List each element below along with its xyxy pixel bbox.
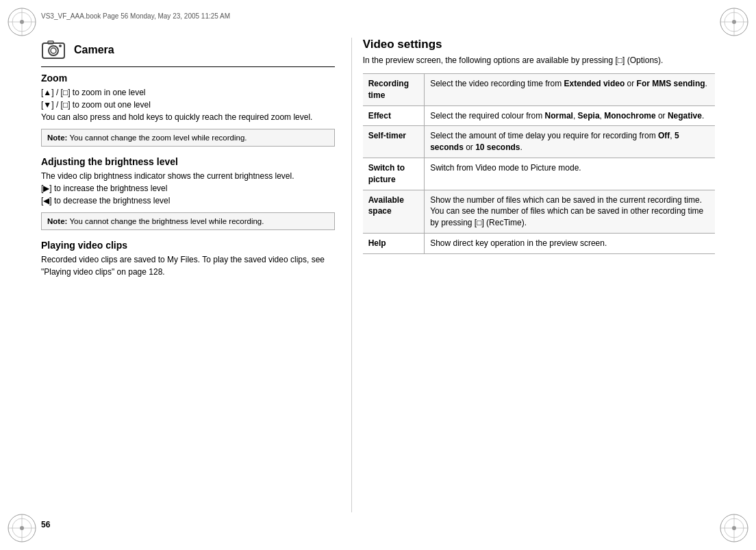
row-desc-switch-to-picture: Switch from Video mode to Picture mode. — [425, 158, 715, 190]
brightness-subsection: Adjusting the brightness level The video… — [41, 156, 335, 230]
corner-decoration-tl — [5, 5, 38, 38]
corner-decoration-bl — [5, 512, 38, 545]
svg-point-14 — [20, 526, 24, 530]
zoom-line-1: [▲] / [□] to zoom in one level — [41, 86, 335, 99]
table-row-recording-time: Recording time Select the video recordin… — [363, 74, 715, 106]
row-label-self-timer: Self-timer — [363, 126, 425, 158]
table-row-switch-to-picture: Switch to picture Switch from Video mode… — [363, 158, 715, 190]
left-column: Camera Zoom [▲] / [□] to zoom in one lev… — [41, 38, 351, 512]
table-row-self-timer: Self-timer Select the amount of time del… — [363, 126, 715, 158]
zoom-title: Zoom — [41, 73, 335, 84]
zoom-note-label: Note: — [47, 134, 67, 142]
table-row-effect: Effect Select the required colour from N… — [363, 105, 715, 126]
svg-point-19 — [732, 526, 736, 530]
svg-point-9 — [732, 20, 736, 24]
row-label-effect: Effect — [363, 105, 425, 126]
row-desc-effect: Select the required colour from Normal, … — [425, 105, 715, 126]
page-number: 56 — [41, 520, 50, 529]
playing-title: Playing video clips — [41, 240, 335, 251]
playing-body: Recorded video clips are saved to My Fil… — [41, 253, 335, 278]
brightness-note-label: Note: — [47, 217, 67, 225]
table-row-available-space: Available space Show the number of files… — [363, 190, 715, 233]
row-desc-available-space: Show the number of files which can be sa… — [425, 190, 715, 233]
row-desc-self-timer: Select the amount of time delay you requ… — [425, 126, 715, 158]
playing-subsection: Playing video clips Recorded video clips… — [41, 240, 335, 278]
section-title: Camera — [74, 44, 114, 56]
header-bar: VS3_VF_AAA.book Page 56 Monday, May 23, … — [41, 12, 715, 20]
row-label-switch-to-picture: Switch to picture — [363, 158, 425, 190]
zoom-subsection: Zoom [▲] / [□] to zoom in one level [▼] … — [41, 73, 335, 147]
zoom-body: [▲] / [□] to zoom in one level [▼] / [□]… — [41, 86, 335, 123]
row-desc-help: Show direct key operation in the preview… — [425, 233, 715, 253]
row-label-available-space: Available space — [363, 190, 425, 233]
video-settings-title: Video settings — [363, 38, 715, 51]
table-row-help: Help Show direct key operation in the pr… — [363, 233, 715, 253]
brightness-title: Adjusting the brightness level — [41, 156, 335, 167]
row-label-help: Help — [363, 233, 425, 253]
zoom-line-3: You can also press and hold keys to quic… — [41, 111, 335, 123]
row-label-recording-time: Recording time — [363, 74, 425, 106]
page-content: Camera Zoom [▲] / [□] to zoom in one lev… — [41, 38, 715, 512]
brightness-note: Note: You cannot change the brightness l… — [41, 212, 335, 230]
camera-icon — [41, 38, 66, 62]
svg-point-4 — [20, 20, 24, 24]
playing-line-1: Recorded video clips are saved to My Fil… — [41, 253, 335, 278]
header-text: VS3_VF_AAA.book Page 56 Monday, May 23, … — [41, 12, 230, 20]
brightness-body: The video clip brightness indicator show… — [41, 170, 335, 207]
settings-table: Recording time Select the video recordin… — [363, 73, 715, 254]
video-settings-intro: In the preview screen, the following opt… — [363, 54, 715, 66]
brightness-line-3: [◀] to decrease the brightness level — [41, 195, 335, 207]
zoom-note: Note: You cannot change the zoom level w… — [41, 129, 335, 147]
right-column: Video settings In the preview screen, th… — [351, 38, 715, 512]
row-desc-recording-time: Select the video recording time from Ext… — [425, 74, 715, 106]
zoom-line-2: [▼] / [□] to zoom out one level — [41, 99, 335, 111]
brightness-line-1: The video clip brightness indicator show… — [41, 170, 335, 182]
svg-point-22 — [51, 48, 56, 53]
corner-decoration-tr — [718, 5, 751, 38]
svg-point-21 — [49, 46, 58, 55]
section-header: Camera — [41, 38, 335, 67]
zoom-note-text: You cannot change the zoom level while r… — [67, 134, 247, 142]
brightness-note-text: You cannot change the brightness level w… — [67, 217, 264, 225]
corner-decoration-br — [718, 512, 751, 545]
svg-point-24 — [59, 45, 62, 47]
brightness-line-2: [▶] to increase the brightness level — [41, 182, 335, 195]
